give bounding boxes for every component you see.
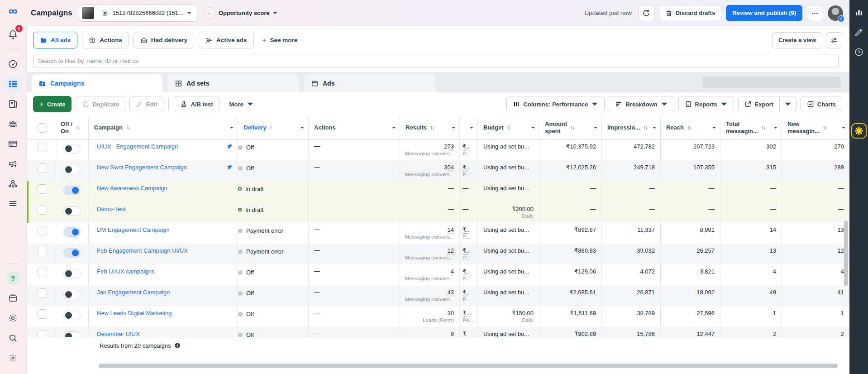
more-options-button[interactable]: ... xyxy=(807,5,823,21)
campaign-toggle[interactable] xyxy=(63,186,81,195)
history-clock-icon[interactable] xyxy=(852,45,866,59)
ad-account-selector[interactable]: 1512782825666082 (151... xyxy=(79,5,197,22)
business-tools-icon[interactable] xyxy=(5,291,21,305)
col-header-budget[interactable]: Budget↑↓ xyxy=(478,116,539,139)
filter-chip-actions[interactable]: Actions xyxy=(82,32,129,48)
horizontal-scrollbar[interactable] xyxy=(99,364,838,368)
row-checkbox[interactable] xyxy=(38,330,47,337)
row-checkbox[interactable] xyxy=(38,247,47,256)
search-icon[interactable] xyxy=(5,331,21,345)
campaign-toggle[interactable] xyxy=(63,206,81,216)
ads-megaphone-icon[interactable] xyxy=(5,156,21,171)
campaign-link[interactable]: Feb UI/UX campaigns xyxy=(97,268,154,275)
info-icon[interactable] xyxy=(174,342,181,349)
campaign-toggle[interactable] xyxy=(63,269,81,278)
opportunity-score-dropdown[interactable]: -- Opportunity score xyxy=(204,7,278,19)
settings-gear-icon[interactable] xyxy=(5,311,21,325)
campaign-link[interactable]: Demo- test xyxy=(97,205,126,213)
results-value[interactable]: 14 xyxy=(400,226,459,234)
campaign-link[interactable]: DM Engagement Campaign xyxy=(97,226,169,234)
cost-per-result-value[interactable]: ₹ xyxy=(460,330,477,337)
col-header-total_messaging[interactable]: Total messagin...↑↓ xyxy=(720,116,782,139)
notifications-bell-icon[interactable]: 1 xyxy=(5,27,21,42)
tab-ad-sets[interactable]: Ad sets xyxy=(168,74,299,92)
refresh-button[interactable] xyxy=(638,5,654,21)
profile-avatar[interactable]: f xyxy=(828,5,843,21)
edit-button[interactable]: Edit xyxy=(129,96,164,112)
row-checkbox[interactable] xyxy=(38,268,47,277)
highlight-asterisk-icon[interactable] xyxy=(851,123,867,139)
campaign-toggle[interactable] xyxy=(63,290,81,299)
cost-per-result-value[interactable]: ₹... xyxy=(460,309,477,317)
tab-campaigns[interactable]: Campaigns xyxy=(32,74,162,92)
edit-pencil-icon[interactable] xyxy=(852,25,866,39)
col-header-new_messaging[interactable]: New messagin...↑↓ xyxy=(782,116,849,139)
more-toolbar-button[interactable]: More xyxy=(224,96,260,112)
ab-test-button[interactable]: A/B test xyxy=(174,96,219,112)
col-header-delivery[interactable]: Delivery↑ xyxy=(238,116,309,139)
review-and-publish-button[interactable]: Review and publish (9) xyxy=(726,5,802,21)
charts-button[interactable]: Charts xyxy=(801,96,842,112)
row-checkbox[interactable] xyxy=(38,205,47,215)
see-more-filters-button[interactable]: + See more xyxy=(258,36,301,45)
create-a-view-button[interactable]: Create a view xyxy=(772,32,822,48)
create-button[interactable]: + Create xyxy=(33,96,72,112)
discard-drafts-button[interactable]: Discard drafts xyxy=(659,5,721,21)
results-value[interactable]: 12 xyxy=(400,247,459,254)
cost-per-result-value[interactable]: ₹.. xyxy=(460,143,477,150)
campaign-link[interactable]: New Awareness Campaign xyxy=(97,184,167,192)
campaign-toggle[interactable] xyxy=(63,248,81,258)
help-icon[interactable]: ? xyxy=(5,271,21,285)
results-value[interactable]: 273 xyxy=(400,143,459,150)
campaign-toggle[interactable] xyxy=(63,331,81,337)
reports-dropdown[interactable]: Reports xyxy=(678,96,734,112)
export-button[interactable]: Export xyxy=(738,96,780,112)
row-checkbox[interactable] xyxy=(38,184,47,194)
filter-chip-all-ads[interactable]: All ads xyxy=(33,32,77,48)
cost-per-result-value[interactable]: ₹.. xyxy=(460,163,477,171)
results-value[interactable]: 304 xyxy=(400,163,459,171)
audiences-people-icon[interactable] xyxy=(5,116,21,131)
col-header-reach[interactable]: Reach↑↓ xyxy=(661,116,720,139)
filter-chip-had-delivery[interactable]: Had delivery xyxy=(134,32,194,48)
cost-per-result-value[interactable]: ₹.. xyxy=(460,247,477,254)
search-input[interactable] xyxy=(33,54,839,67)
dashboard-gauge-icon[interactable] xyxy=(5,57,21,71)
campaign-toggle[interactable] xyxy=(63,311,81,320)
row-checkbox[interactable] xyxy=(38,143,47,152)
row-checkbox[interactable] xyxy=(38,288,47,298)
col-header-select-all[interactable] xyxy=(31,116,55,139)
col-header-impressions[interactable]: Impressio...↑↓ xyxy=(602,116,661,139)
campaign-toggle[interactable] xyxy=(63,227,81,237)
col-header-campaign[interactable]: Campaign↑↓ xyxy=(89,116,238,139)
preferences-gear-icon[interactable] xyxy=(5,350,21,365)
row-checkbox[interactable] xyxy=(38,226,47,235)
filter-chip-active-ads[interactable]: Active ads xyxy=(199,32,254,48)
col-header-results[interactable]: Results↑↓ xyxy=(400,116,460,139)
tab-ads[interactable]: Ads xyxy=(304,74,435,92)
campaign-link[interactable]: Jan Engagement Campaign xyxy=(97,288,170,296)
all-tools-menu-icon[interactable] xyxy=(5,196,21,211)
cost-per-result-value[interactable]: ₹.. xyxy=(460,226,477,234)
asset-network-icon[interactable] xyxy=(5,176,21,191)
insights-chart-icon[interactable] xyxy=(852,5,866,19)
duplicate-button[interactable]: Duplicate xyxy=(76,96,125,112)
col-header-actions[interactable]: Actions xyxy=(309,116,400,139)
campaigns-table-icon[interactable] xyxy=(5,77,21,91)
results-value[interactable]: 43 xyxy=(400,288,459,296)
row-checkbox[interactable] xyxy=(38,309,47,319)
billing-card-icon[interactable] xyxy=(5,136,21,151)
view-settings-sliders-icon[interactable] xyxy=(826,32,842,48)
export-options-caret[interactable] xyxy=(780,96,796,112)
results-value[interactable]: 4 xyxy=(400,268,459,275)
select-all-checkbox[interactable] xyxy=(38,123,47,133)
campaign-toggle[interactable] xyxy=(63,165,81,174)
row-checkbox[interactable] xyxy=(38,163,47,173)
campaign-link[interactable]: New Swot Engagement Campaign xyxy=(97,163,187,171)
col-header-toggle[interactable]: Off / On↑↓ xyxy=(55,116,89,139)
campaign-toggle[interactable] xyxy=(63,144,81,153)
campaign-link[interactable]: Feb Engagement Campaign UI/UX xyxy=(97,247,188,254)
pages-icon[interactable] xyxy=(5,96,21,111)
col-header-cost[interactable] xyxy=(460,116,478,139)
campaign-link[interactable]: UIUX - Engagement Campaign xyxy=(97,143,178,150)
